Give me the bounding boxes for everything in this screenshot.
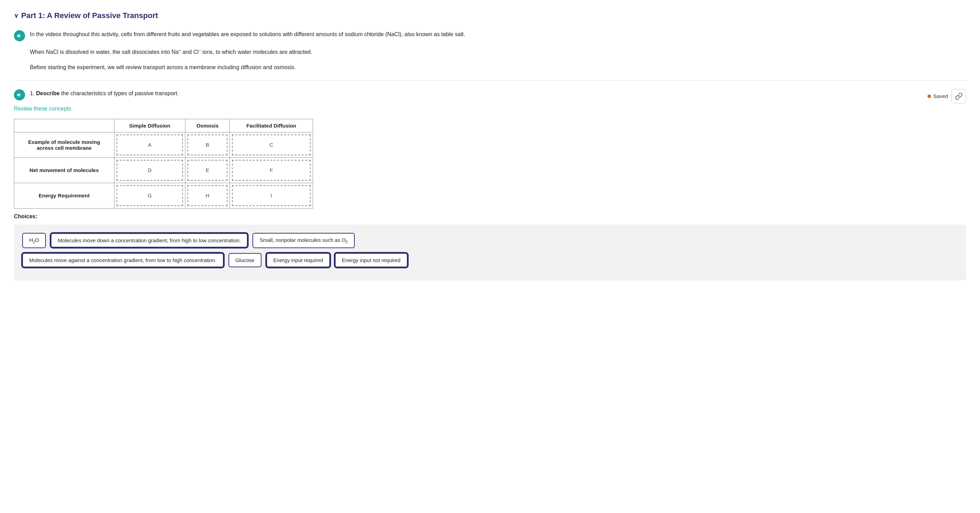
cell-e[interactable]: E xyxy=(188,160,228,181)
row-header-example: Example of molecule movingacross cell me… xyxy=(14,132,115,157)
choice-concentration-gradient-down[interactable]: Molecules move down a concentration grad… xyxy=(51,233,248,248)
question-number: 1. xyxy=(30,91,36,96)
cell-f[interactable]: F xyxy=(232,160,310,181)
choices-row-1: H2O Molecules move down a concentration … xyxy=(22,233,958,248)
saved-label: Saved xyxy=(933,93,948,99)
cell-a-wrapper: A xyxy=(114,132,185,157)
table-header-simple-diffusion: Simple Diffusion xyxy=(114,119,185,132)
cell-f-wrapper: F xyxy=(230,157,313,183)
intro-text-1: In the videos throughout this activity, … xyxy=(30,30,465,39)
table-header-facilitated-diffusion: Facilitated Diffusion xyxy=(230,119,313,132)
audio-icon-2[interactable] xyxy=(14,89,25,100)
chevron-icon[interactable]: ∨ xyxy=(14,12,18,19)
table-row-energy: Energy Requirement G H I xyxy=(14,183,313,208)
section-divider xyxy=(14,80,966,81)
cell-b[interactable]: B xyxy=(188,135,228,156)
link-icon xyxy=(955,92,963,100)
choice-energy-required[interactable]: Energy input required xyxy=(266,253,330,267)
choice-h2o[interactable]: H2O xyxy=(22,233,46,248)
cell-i-wrapper: I xyxy=(230,183,313,208)
question-text: 1. Describe the characteristics of types… xyxy=(30,89,179,98)
row-header-energy: Energy Requirement xyxy=(14,183,115,208)
question-left: 1. Describe the characteristics of types… xyxy=(14,89,179,100)
speaker-icon-2 xyxy=(16,92,22,98)
cell-b-wrapper: B xyxy=(185,132,230,157)
question-row: 1. Describe the characteristics of types… xyxy=(14,89,966,103)
link-button[interactable] xyxy=(951,89,966,103)
table-header-row: Simple Diffusion Osmosis Facilitated Dif… xyxy=(14,119,313,132)
cell-g[interactable]: G xyxy=(116,185,183,206)
intro-text-2: When NaCl is dissolved in water, the sal… xyxy=(30,48,966,57)
cell-a[interactable]: A xyxy=(116,135,183,156)
cell-d-wrapper: D xyxy=(114,157,185,183)
cell-h-wrapper: H xyxy=(185,183,230,208)
cell-i[interactable]: I xyxy=(232,185,310,206)
table-header-osmosis: Osmosis xyxy=(185,119,230,132)
cell-g-wrapper: G xyxy=(114,183,185,208)
question-right: Saved xyxy=(928,89,966,103)
choice-energy-not-required[interactable]: Energy input not required xyxy=(335,253,407,267)
transport-table: Simple Diffusion Osmosis Facilitated Dif… xyxy=(14,119,313,208)
table-row-net-movement: Net movement of molecules D E F xyxy=(14,157,313,183)
question-rest: the characteristics of types of passive … xyxy=(59,91,178,96)
part-header: ∨ Part 1: A Review of Passive Transport xyxy=(14,11,966,20)
review-concepts-link[interactable]: Review these concepts xyxy=(14,106,71,112)
table-row-example: Example of molecule movingacross cell me… xyxy=(14,132,313,157)
choice-glucose[interactable]: Glucose xyxy=(229,253,261,267)
choice-concentration-gradient-up[interactable]: Molecules move against a concentration g… xyxy=(22,253,224,267)
intro-block: In the videos throughout this activity, … xyxy=(14,30,966,72)
cell-c-wrapper: C xyxy=(230,132,313,157)
part-title: Part 1: A Review of Passive Transport xyxy=(21,11,158,20)
cell-e-wrapper: E xyxy=(185,157,230,183)
choice-nonpolar-o2[interactable]: Small, nonpolar molecules such as O2 xyxy=(253,233,354,248)
intro-text-3: Before starting the experiment, we will … xyxy=(30,63,966,72)
saved-badge: Saved xyxy=(928,93,948,99)
cell-c[interactable]: C xyxy=(232,135,310,156)
speaker-icon xyxy=(16,33,22,39)
choices-area: H2O Molecules move down a concentration … xyxy=(14,224,966,281)
choices-row-2: Molecules move against a concentration g… xyxy=(22,253,958,267)
question-bold: Describe xyxy=(36,91,60,96)
cell-d[interactable]: D xyxy=(116,160,183,181)
cell-h[interactable]: H xyxy=(188,185,228,206)
audio-icon-1[interactable] xyxy=(14,30,25,41)
row-header-net-movement: Net movement of molecules xyxy=(14,157,115,183)
saved-dot xyxy=(928,95,931,98)
intro-line-1: In the videos throughout this activity, … xyxy=(14,30,966,41)
table-header-empty xyxy=(14,119,115,132)
choices-label: Choices: xyxy=(14,213,966,220)
